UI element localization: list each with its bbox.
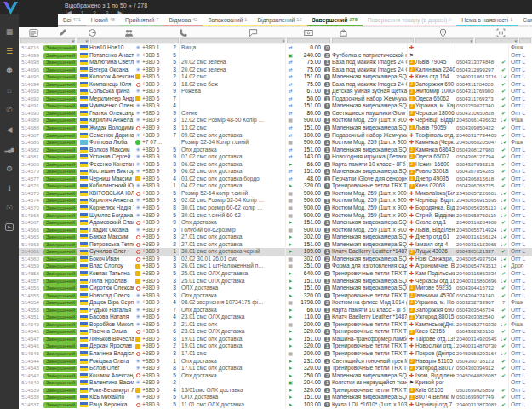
info-icon[interactable]: ℹ bbox=[0, 178, 19, 198]
table-row[interactable]: 514549ЗавершенийВоробйов Микола✳+380 622… bbox=[19, 321, 532, 329]
table-row[interactable]: 514699ЗавершенийПотапенко Анастас…✳+380 … bbox=[19, 52, 532, 60]
table-row[interactable]: 514546ЗавершенийДеркач Ярослав+380 6219.… bbox=[19, 343, 532, 350]
table-row[interactable]: 514581ЗавершенийУстинов Сергей✳+380 9907… bbox=[19, 153, 532, 161]
automation-icon[interactable]: ⚙ bbox=[0, 158, 19, 178]
table-row[interactable]: 514696ЗавершенийВегера Оксана✳+380 9320.… bbox=[19, 66, 532, 74]
table-row[interactable]: 514545ЗавершенийБлагінна Владіслава+380 … bbox=[19, 350, 532, 358]
filter-dropdown-arrow-icon[interactable]: ▾ bbox=[85, 38, 88, 43]
table-row[interactable]: 514558ЗавершенийКовпак Татьяна+380 9525.… bbox=[19, 270, 532, 278]
filter-input-2[interactable] bbox=[90, 38, 179, 43]
tab-всі[interactable]: Всі471 bbox=[58, 14, 86, 26]
filter-input-6[interactable]: ▾ bbox=[415, 38, 473, 43]
filter-dropdown-arrow-icon[interactable]: ▾ bbox=[514, 38, 517, 43]
table-row[interactable]: 514694ЗавершенийКомпанець Юля+380 9318.0… bbox=[19, 81, 532, 89]
table-row[interactable]: 514688ЗавершенийЖидак Володимир+380 9313… bbox=[19, 124, 532, 132]
table-row[interactable]: 514570ЗавершенийКорнелюк Надія Та…✳+380 … bbox=[19, 204, 532, 212]
filter-dropdown-arrow-icon[interactable]: ▾ bbox=[282, 38, 284, 43]
table-row[interactable]: 514691ЗавершенийЧумаченко Олена✳+380 94⇄… bbox=[19, 102, 532, 110]
table-row[interactable]: 514556ЗавершенийСиротюк Олександр+380 93… bbox=[19, 285, 532, 292]
tab-запакований[interactable]: Запакований1 bbox=[203, 14, 252, 26]
orders-icon[interactable]: ☰ bbox=[0, 41, 19, 60]
table-row[interactable]: 514695ЗавершенийКолосок Александр+380 62… bbox=[19, 73, 532, 81]
table-row[interactable]: 514567ЗавершенийАдамовский Станис…+380 9… bbox=[19, 219, 532, 227]
table-row[interactable]: 514557ЗавершенийЛила Ярослав+380 6325.01… bbox=[19, 278, 532, 285]
calls-icon[interactable]: ✆ bbox=[0, 100, 19, 119]
table-row[interactable]: 514565ЗавершенийБаюка Максим+380 6327.01… bbox=[19, 233, 532, 241]
table-row[interactable]: 514690ЗавершенийГнатюк Олександр✳+380 69… bbox=[19, 110, 532, 118]
table-row[interactable]: 514543ЗавершенийБєлов Олег✳+380 9817.01 … bbox=[19, 365, 532, 372]
filter-input-8[interactable] bbox=[519, 38, 531, 43]
column-header-money-icon[interactable] bbox=[304, 28, 313, 37]
tab-відмова[interactable]: Відмова42 bbox=[163, 14, 203, 26]
table-row[interactable]: 514586ЗавершенийФіліпова Люба+7 07…Розмі… bbox=[19, 139, 532, 147]
table-row[interactable]: 514547ЗавершенийЛиньков Вячеслав+380 681… bbox=[19, 336, 532, 343]
table-row[interactable]: 514577ЗавершенийЧерниш Максим+380 6403.0… bbox=[19, 176, 532, 183]
tab-відправлений[interactable]: Відправлений12 bbox=[252, 14, 306, 26]
table-row[interactable]: 514555ЗавершенийНовосад Олеся✳+380 93Олх… bbox=[19, 292, 532, 300]
order-id: 514582 bbox=[19, 147, 41, 154]
table-row[interactable]: 514587ЗавершенийСеменюк Дарина✳+380 9709… bbox=[19, 132, 532, 140]
table-row[interactable]: 514576ЗавершенийКобилинський Юрий✳+380 9… bbox=[19, 182, 532, 190]
status-cell: Завершений bbox=[41, 401, 77, 409]
column-header-phone-icon[interactable] bbox=[179, 28, 188, 37]
table-row[interactable]: 514554ЗавершенийДацюк Віра Сергіївна✳+38… bbox=[19, 299, 532, 307]
column-header-clients-icon[interactable] bbox=[124, 28, 134, 37]
table-row[interactable]: 514542ЗавершенийКошмак Александр+380 95О… bbox=[19, 372, 532, 380]
column-header-edit-icon[interactable] bbox=[58, 28, 67, 37]
column-header-location-pin-icon[interactable] bbox=[438, 28, 448, 37]
table-row[interactable]: 514544ЗавершенийРокіцька Ольга✳+380 91Ол… bbox=[19, 358, 532, 366]
table-row[interactable]: 514566ЗавершенийГладик Оксана✳+380 95Гол… bbox=[19, 227, 532, 234]
table-row[interactable]: 514574ЗавершенийКирилич Анжела Ол…✳+380 … bbox=[19, 197, 532, 204]
tab-повернення-товару-в-дорозі-[interactable]: Повернення товару (в дорозі)0 bbox=[363, 14, 457, 26]
video-icon[interactable]: ▶ bbox=[0, 217, 19, 237]
table-row[interactable]: 514559ЗавершенийВлас Слопоу+380 6326.01 … bbox=[19, 262, 532, 270]
company-icon[interactable]: ⌂ bbox=[0, 80, 19, 100]
tab-новий[interactable]: Новий48 bbox=[86, 14, 120, 26]
web-icon[interactable]: ☉ bbox=[0, 198, 19, 217]
tab-нема-в-наявності[interactable]: Нема в наявності1 bbox=[456, 14, 518, 26]
table-row[interactable]: 514582ЗавершенийВолков Максим✳+380 65Олх… bbox=[19, 147, 532, 154]
table-row[interactable]: 514540ЗавершенийВалентина Василье…✳+380 … bbox=[19, 379, 532, 387]
country-flag-icon bbox=[80, 228, 88, 233]
filter-dropdown-arrow-icon[interactable]: ▾ bbox=[470, 38, 472, 43]
table-row[interactable]: 514563ЗавершенийПетровська Тетяна+380 92… bbox=[19, 241, 532, 249]
filter-input-7[interactable]: ▾ bbox=[475, 38, 518, 43]
table-row[interactable]: 514580ЗавершенийФесенко Константин✳+380 … bbox=[19, 161, 532, 169]
table-row[interactable]: 514568ЗавершенийШумляс Богдана Ан…✳+380 … bbox=[19, 212, 532, 220]
filter-input-5[interactable] bbox=[332, 38, 414, 43]
filter-input-3[interactable]: ▾ bbox=[180, 38, 285, 43]
filter-input-4[interactable] bbox=[287, 38, 330, 43]
table-row[interactable]: 514561ЗавершенийСучилов Олег+380 9130.01… bbox=[19, 248, 532, 256]
column-header-order-form-icon[interactable] bbox=[29, 28, 38, 37]
tab-самовивіз[interactable]: Самовивіз2 bbox=[518, 14, 532, 26]
contacts-icon[interactable]: ⚉ bbox=[0, 60, 19, 80]
table-row[interactable]: 514537ЗавершенийРаца Вероніка+380 9511.0… bbox=[19, 401, 532, 409]
column-header-barcode-icon[interactable] bbox=[496, 28, 506, 37]
column-header-source-icon[interactable] bbox=[88, 28, 97, 37]
broadcast-icon[interactable]: ◀ bbox=[0, 119, 19, 139]
table-row[interactable]: 514689ЗавершенийКирилич Анжела✳+380 9312… bbox=[19, 117, 532, 124]
table-row[interactable]: 514716ЗавершенийНов10 Нов10✳+380 12Вища⇄… bbox=[19, 44, 532, 52]
filter-input-0[interactable]: ▾ bbox=[20, 38, 75, 43]
table-row[interactable]: 514693ЗавершенийСольська Ірина✳+380 99Ро… bbox=[19, 88, 532, 95]
table-row[interactable]: 514698ЗавершенийМалютина Светлана✳+380 5… bbox=[19, 59, 532, 66]
filter-input-1[interactable]: ▾ bbox=[77, 38, 89, 43]
column-header-comment-icon[interactable] bbox=[249, 28, 258, 37]
chevron-down-icon[interactable]: ▼ bbox=[129, 3, 133, 9]
table-row[interactable]: 514560ЗавершенийБокоч Иван+380 9302.02 3… bbox=[19, 256, 532, 263]
column-header-package-icon[interactable] bbox=[339, 28, 348, 37]
table-row[interactable]: 514539ЗавершенийРоке-Бетанкурт Лін…+380 … bbox=[19, 387, 532, 395]
table-row[interactable]: 514575ЗавершенийКВІТОВСЬКА ЮЛІЯ+380 95Ро… bbox=[19, 190, 532, 198]
table-row[interactable]: 514553ЗавершенийРудько Наталья✳+380 97Ол… bbox=[19, 307, 532, 314]
tab-завершений[interactable]: Завершений278 bbox=[307, 14, 363, 26]
stats-icon[interactable]: ▂▄▆ bbox=[0, 139, 19, 158]
table-row[interactable]: 514538ЗавершенийКісь Михайло✳+380 95ОЛХ … bbox=[19, 394, 532, 401]
dashboard-icon[interactable]: ▦ bbox=[0, 21, 19, 41]
page-size-dropdown[interactable]: 50 bbox=[120, 3, 127, 9]
table-row[interactable]: 514579ЗавершенийКостишин Виктор✳+380 990… bbox=[19, 168, 532, 176]
table-row[interactable]: 514551ЗавершенийБасова Наталя✳+380 6423.… bbox=[19, 314, 532, 321]
table-row[interactable]: 514692ЗавершенийМерклингер Андрей+380 67… bbox=[19, 95, 532, 103]
filter-dropdown-arrow-icon[interactable]: ▾ bbox=[72, 38, 74, 43]
table-row[interactable]: 514548ЗавершенийПасічна Ольга+380 6623.0… bbox=[19, 328, 532, 336]
tab-прийнятий[interactable]: Прийнятий7 bbox=[120, 14, 164, 26]
